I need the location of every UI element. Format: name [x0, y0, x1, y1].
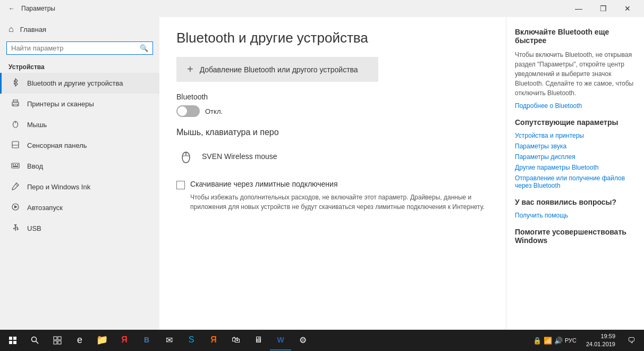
search-icon: 🔍 — [140, 44, 148, 52]
taskbar-clock[interactable]: 19:59 24.01.2019 — [582, 332, 620, 349]
checkbox-section: Скачивание через лимитные подключения Чт… — [176, 180, 489, 212]
svg-rect-10 — [17, 164, 18, 165]
devices-section-title: Мышь, клавиатура и перо — [176, 128, 489, 137]
window-controls: — ❐ ✕ — [566, 0, 640, 17]
add-device-label: Добавление Bluetooth или другого устройс… — [200, 65, 358, 74]
search-box[interactable]: 🔍 — [6, 41, 153, 55]
restore-button[interactable]: ❐ — [591, 0, 615, 17]
network-icon[interactable]: 🔒 — [533, 337, 541, 345]
checkbox-label: Скачивание через лимитные подключения — [190, 180, 337, 188]
mouse-icon — [10, 120, 21, 130]
sidebar-item-input[interactable]: Ввод — [0, 156, 159, 177]
sidebar-item-label: Принтеры и сканеры — [27, 100, 94, 108]
lang-label[interactable]: РУС — [565, 337, 577, 344]
device-item: SVEN Wireless mouse — [176, 144, 489, 169]
keyboard-icon — [10, 161, 21, 171]
notification-button[interactable]: 🗨 — [621, 330, 642, 351]
svg-rect-5 — [12, 141, 19, 148]
mouse-device-icon — [179, 149, 193, 164]
tip-title: Включайте Bluetooth еще быстрее — [515, 28, 635, 45]
sidebar-item-label: USB — [27, 224, 41, 232]
taskbar-settings[interactable]: ⚙ — [292, 330, 313, 350]
clock-time: 19:59 — [586, 332, 615, 340]
checkbox-row: Скачивание через лимитные подключения — [176, 180, 489, 189]
svg-rect-2 — [13, 104, 18, 106]
bluetooth-section-title: Bluetooth — [176, 93, 489, 101]
add-device-button[interactable]: + Добавление Bluetooth или другого устро… — [176, 57, 378, 82]
svg-rect-7 — [12, 163, 19, 168]
search-input[interactable] — [11, 44, 137, 52]
taskbar-edge[interactable]: e — [69, 330, 90, 350]
related-link-4[interactable]: Отправление или получение файлов через B… — [515, 174, 635, 189]
right-panel: Включайте Bluetooth еще быстрее Чтобы вк… — [506, 17, 644, 330]
task-view-button[interactable] — [47, 330, 68, 351]
svg-rect-27 — [9, 341, 12, 344]
svg-rect-33 — [54, 341, 57, 344]
svg-marker-16 — [14, 224, 17, 226]
svg-rect-31 — [54, 337, 57, 340]
toggle-label: Откл. — [205, 107, 223, 115]
related-link-1[interactable]: Параметры звука — [515, 143, 635, 150]
taskbar-app2[interactable]: 🖥 — [248, 330, 269, 350]
svg-rect-26 — [13, 337, 16, 340]
metered-checkbox[interactable] — [176, 181, 185, 189]
sidebar-item-label: Ввод — [27, 162, 43, 170]
checkbox-desc: Чтобы избежать дополнительных расходов, … — [190, 193, 489, 212]
taskbar-mail[interactable]: ✉ — [158, 330, 180, 350]
sidebar-item-pen[interactable]: Перо и Windows Ink — [0, 177, 159, 197]
svg-rect-32 — [58, 337, 61, 340]
sidebar-item-label: Автозапуск — [27, 204, 63, 212]
related-link-2[interactable]: Параметры дисплея — [515, 153, 635, 161]
bluetooth-toggle[interactable] — [176, 105, 200, 117]
svg-line-12 — [15, 184, 18, 186]
wifi-icon[interactable]: 📶 — [544, 337, 552, 345]
taskbar-skype[interactable]: S — [181, 330, 202, 350]
taskbar-explorer[interactable]: 📁 — [91, 330, 113, 350]
taskbar-yandex[interactable]: Я — [114, 330, 135, 350]
sidebar-item-label: Мышь — [27, 121, 47, 129]
svg-marker-14 — [14, 205, 18, 208]
tip-body: Чтобы включить Bluetooth, не открывая ра… — [515, 50, 635, 98]
svg-point-29 — [32, 337, 37, 342]
questions-title: У вас появились вопросы? — [515, 198, 635, 206]
related-link-3[interactable]: Другие параметры Bluetooth — [515, 164, 635, 171]
tip-link[interactable]: Подробнее о Bluetooth — [515, 102, 635, 110]
minimize-button[interactable]: — — [566, 0, 591, 17]
svg-rect-19 — [17, 229, 18, 230]
sidebar-item-label: Bluetooth и другие устройства — [27, 79, 123, 87]
taskbar-vk[interactable]: В — [136, 330, 157, 350]
svg-rect-1 — [13, 100, 18, 102]
svg-rect-11 — [13, 166, 18, 167]
device-name: SVEN Wireless mouse — [202, 152, 277, 161]
search-button[interactable] — [24, 330, 46, 351]
volume-icon[interactable]: 🔊 — [554, 337, 563, 345]
usb-icon — [10, 223, 21, 233]
main-content: Bluetooth и другие устройства + Добавлен… — [159, 17, 506, 330]
sidebar-item-label: Перо и Windows Ink — [27, 183, 90, 191]
svg-rect-8 — [13, 164, 14, 165]
sidebar-item-usb[interactable]: USB — [0, 218, 159, 239]
svg-rect-9 — [15, 164, 16, 165]
sidebar-item-printers[interactable]: Принтеры и сканеры — [0, 94, 159, 114]
taskbar-word[interactable]: W — [270, 330, 291, 350]
device-icon-wrap — [176, 147, 196, 166]
sidebar-home[interactable]: ⌂ Главная — [0, 19, 159, 39]
touchpad-icon — [10, 140, 21, 151]
close-button[interactable]: ✕ — [615, 0, 640, 17]
sidebar-item-bluetooth[interactable]: Bluetooth и другие устройства — [0, 73, 159, 94]
related-link-0[interactable]: Устройства и принтеры — [515, 132, 635, 139]
sidebar-item-autorun[interactable]: Автозапуск — [0, 197, 159, 218]
taskbar: e 📁 Я В ✉ S Я 🛍 🖥 W ⚙ 🔒 📶 🔊 РУС 19:59 24… — [0, 330, 644, 351]
back-button[interactable]: ← — [4, 1, 19, 16]
autorun-icon — [10, 203, 21, 213]
related-title: Сопутствующие параметры — [515, 118, 635, 127]
printer-icon — [10, 99, 21, 109]
taskbar-store[interactable]: 🛍 — [225, 330, 247, 350]
svg-rect-34 — [58, 341, 61, 344]
help-link[interactable]: Получить помощь — [515, 212, 635, 219]
sidebar-item-touchpad[interactable]: Сенсорная панель — [0, 135, 159, 156]
start-button[interactable] — [2, 330, 23, 351]
sidebar-item-mouse[interactable]: Мышь — [0, 114, 159, 135]
page-title: Bluetooth и другие устройства — [176, 30, 489, 46]
taskbar-yandex2[interactable]: Я — [203, 330, 224, 350]
